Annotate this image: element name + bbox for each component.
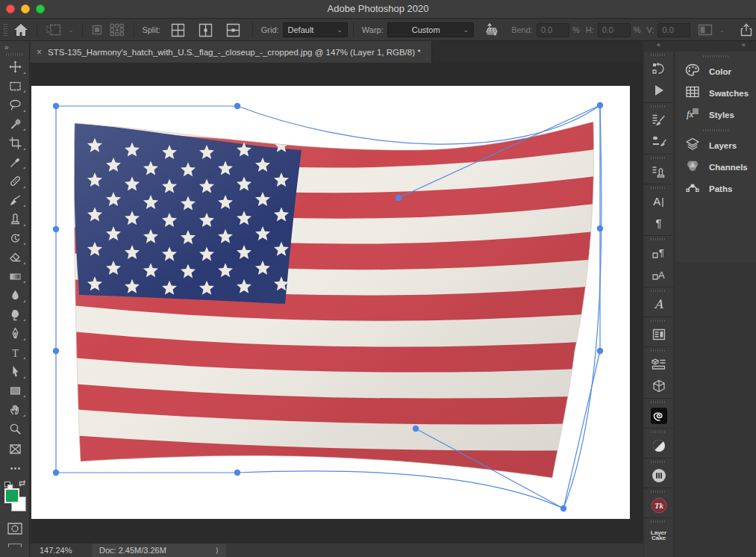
split-horizontally-icon[interactable] [226, 23, 240, 37]
group-grip[interactable] [651, 320, 666, 322]
group-grip[interactable] [651, 349, 666, 352]
panel-button-paths[interactable]: Paths [675, 178, 756, 199]
panel-button-layers[interactable]: Layers [675, 134, 756, 156]
split-vertically-icon[interactable] [199, 23, 213, 37]
layer-cake-panel-icon[interactable]: Layer Cake [644, 524, 673, 546]
path-selection-tool[interactable] [0, 362, 30, 382]
warp-control-point[interactable] [234, 103, 240, 109]
flag-image-with-warp-overlay[interactable] [31, 86, 630, 519]
paragraph-icon[interactable]: ¶ [644, 212, 673, 234]
glyphs-icon[interactable]: A [644, 293, 673, 315]
warp-control-point[interactable] [234, 470, 240, 476]
healing-brush-tool[interactable] [0, 172, 30, 191]
warp-control-point[interactable] [560, 505, 566, 511]
zoom-level-field[interactable]: 147.24% [40, 546, 92, 555]
split-crosswise-icon[interactable] [171, 23, 185, 37]
character-styles-icon[interactable]: A [644, 264, 673, 285]
panel-button-swatches[interactable]: Swatches [675, 82, 756, 104]
clone-stamp-tool[interactable] [0, 210, 30, 229]
edit-toolbar-icon[interactable] [0, 459, 30, 479]
group-grip[interactable] [651, 54, 666, 56]
tools-grip[interactable] [6, 53, 23, 56]
group-grip[interactable] [651, 157, 666, 159]
v-input[interactable] [657, 23, 690, 37]
paragraph-styles-icon[interactable]: ¶ [644, 242, 673, 264]
group-grip[interactable] [651, 520, 666, 523]
move-tool[interactable] [0, 57, 30, 77]
character-icon[interactable]: A| [644, 190, 673, 212]
panel-button-channels[interactable]: Channels [675, 156, 756, 178]
warp-control-point[interactable] [53, 470, 59, 476]
document-tab[interactable]: × STS-135_Harmony's_hatch_with_U.S._flag… [31, 41, 432, 63]
plugin-swirl-icon[interactable] [644, 405, 673, 426]
contrast-plugin-icon[interactable] [644, 435, 673, 456]
group-grip[interactable] [651, 461, 666, 463]
rectangle-tool[interactable] [0, 382, 30, 401]
warp-select[interactable]: Custom ⌄ [387, 22, 474, 37]
type-tool[interactable]: T [0, 343, 30, 363]
us-flag-photo[interactable] [61, 108, 606, 497]
grid-select[interactable]: Default ⌄ [283, 22, 348, 37]
hand-tool[interactable] [0, 400, 30, 420]
collapse-panel-column[interactable]: « [742, 41, 746, 52]
rectangular-marquee-tool[interactable] [0, 77, 30, 96]
doc-size-indicator[interactable]: Doc: 2.45M/3.26M ⟩ [92, 544, 226, 557]
magic-wand-tool[interactable] [0, 115, 30, 134]
foreground-color-swatch[interactable] [4, 488, 19, 503]
warp-control-point[interactable] [413, 426, 419, 432]
tk-panel-icon[interactable]: Tk [644, 494, 673, 516]
warp-control-point[interactable] [597, 225, 603, 231]
eraser-tool[interactable] [0, 248, 30, 267]
bars-plugin-icon[interactable] [644, 464, 673, 486]
quick-mask-icon[interactable] [0, 520, 30, 538]
3d-icon[interactable] [644, 375, 673, 396]
home-icon[interactable] [10, 21, 31, 39]
warp-control-point[interactable] [597, 348, 603, 354]
libraries-icon[interactable] [644, 353, 673, 375]
warp-control-point[interactable] [53, 103, 59, 109]
warp-control-point[interactable] [597, 102, 603, 108]
bend-input[interactable] [537, 23, 569, 37]
group-grip[interactable] [651, 401, 666, 403]
gradient-tool[interactable] [0, 267, 30, 287]
frame-tool[interactable] [0, 440, 30, 459]
warp-control-point[interactable] [53, 226, 59, 232]
clone-source-icon[interactable] [644, 161, 673, 182]
history-icon[interactable] [644, 57, 673, 79]
panel-button-styles[interactable]: fx Styles [675, 104, 756, 125]
group-grip[interactable] [703, 55, 728, 57]
screen-mode-icon[interactable] [8, 544, 22, 547]
group-grip[interactable] [651, 431, 666, 433]
group-grip[interactable] [651, 491, 666, 493]
brush-tool[interactable] [0, 191, 30, 211]
pen-tool[interactable] [0, 324, 30, 343]
expand-tools-icon[interactable]: » [0, 41, 29, 52]
warp-control-point[interactable] [53, 348, 59, 354]
options-bar-grip[interactable] [4, 24, 7, 36]
h-label: H: [586, 25, 594, 34]
panel-button-color[interactable]: Color [675, 60, 756, 82]
brush-settings-icon[interactable] [644, 109, 673, 131]
collapse-icon-column[interactable]: « [657, 41, 661, 52]
eyedropper-tool[interactable] [0, 153, 30, 172]
crop-tool[interactable] [0, 134, 30, 153]
h-input[interactable] [598, 23, 631, 37]
properties-icon[interactable] [644, 323, 673, 345]
close-tab-icon[interactable]: × [37, 47, 42, 57]
group-grip[interactable] [651, 290, 666, 292]
zoom-tool[interactable] [0, 420, 30, 439]
actions-icon[interactable] [644, 79, 673, 101]
warp-control-point[interactable] [396, 195, 402, 201]
group-grip[interactable] [651, 187, 666, 189]
group-grip[interactable] [651, 238, 666, 240]
share-icon[interactable] [737, 21, 756, 39]
lasso-tool[interactable] [0, 96, 30, 115]
history-brush-tool[interactable] [0, 229, 30, 249]
blur-tool[interactable] [0, 286, 30, 305]
warp-orientation-icon[interactable] [480, 21, 504, 39]
group-grip[interactable] [651, 105, 666, 108]
brushes-icon[interactable] [644, 131, 673, 152]
canvas-area[interactable] [31, 63, 643, 544]
group-grip[interactable] [703, 129, 728, 131]
dodge-tool[interactable] [0, 305, 30, 325]
